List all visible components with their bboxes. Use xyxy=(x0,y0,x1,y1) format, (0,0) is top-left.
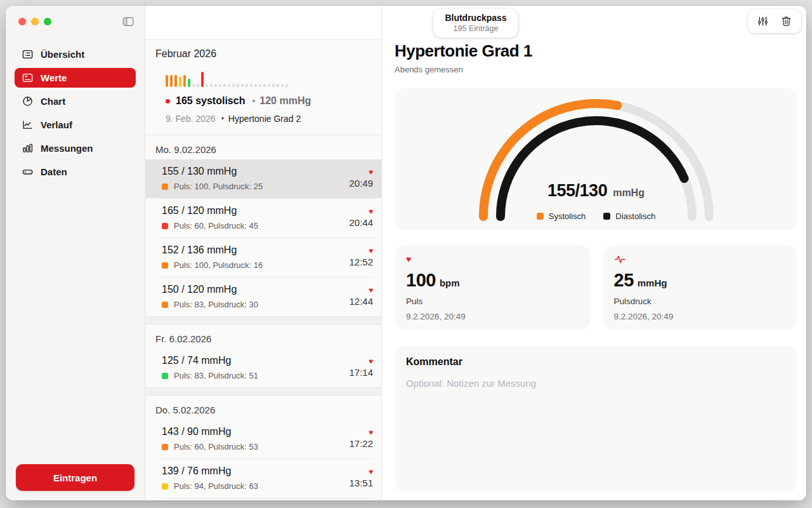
heart-icon: ♥ xyxy=(369,208,373,215)
sparkline-bar xyxy=(263,84,266,87)
measurement-list[interactable]: Februar 2026 165 systolisch • 120 mmHg 9… xyxy=(145,39,381,500)
add-entry-button[interactable]: Eintragen xyxy=(16,464,134,491)
sidebar-item-uebersicht[interactable]: Übersicht xyxy=(15,44,136,64)
pulse-detail: Puls: 83, Pulsdruck: 30 xyxy=(174,300,258,309)
bp-value: 165 / 120 mmHg xyxy=(162,205,258,217)
sidebar-toggle-icon[interactable] xyxy=(121,15,135,28)
status-color-square xyxy=(162,483,168,490)
bp-value: 150 / 120 mmHg xyxy=(162,284,258,295)
sparkline-bar xyxy=(277,84,279,87)
status-color-square xyxy=(162,184,168,190)
sparkline-bar xyxy=(188,79,190,87)
measurement-row[interactable]: 155 / 130 mmHg Puls: 100, Pulsdruck: 25 … xyxy=(145,159,381,198)
trend-icon xyxy=(22,119,34,131)
stat-timestamp: 9.2.2026, 20:49 xyxy=(406,312,579,321)
sparkline-bar xyxy=(285,84,288,87)
measurement-info: 150 / 120 mmHg Puls: 83, Pulsdruck: 30 xyxy=(162,284,258,309)
sidebar-nav: ÜbersichtWerteChartVerlaufMessungenDaten xyxy=(6,44,145,182)
sparkline-bar xyxy=(192,84,195,87)
pulse-detail: Puls: 100, Pulsdruck: 25 xyxy=(174,182,263,191)
legend-label: Diastolisch xyxy=(615,211,655,221)
status-color-square xyxy=(162,373,168,379)
legend-color-square xyxy=(603,213,610,220)
sidebar-item-label: Daten xyxy=(41,166,67,177)
sparkline-bar xyxy=(183,75,186,87)
sidebar-item-daten[interactable]: Daten xyxy=(15,162,136,182)
comment-title: Kommentar xyxy=(406,356,786,368)
measurement-context: Abends gemessen xyxy=(395,65,797,74)
systolic-dot-icon xyxy=(166,99,170,104)
sparkline-bar xyxy=(210,84,213,87)
month-summary[interactable]: 165 systolisch • 120 mmHg 9. Feb. 2026 •… xyxy=(145,62,381,135)
month-header: Februar 2026 xyxy=(145,40,381,62)
sparkline-bar xyxy=(254,84,257,87)
measurement-row[interactable]: 165 / 120 mmHg Puls: 60, Pulsdruck: 45 ♥… xyxy=(145,199,381,237)
sidebar-item-werte[interactable]: Werte xyxy=(15,68,136,88)
sidebar-item-chart[interactable]: Chart xyxy=(15,91,136,111)
summary-systolic: 165 systolisch xyxy=(176,95,245,107)
trash-icon[interactable] xyxy=(780,15,792,27)
sidebar-item-verlauf[interactable]: Verlauf xyxy=(15,115,136,135)
measurement-meta: ♥ 12:44 xyxy=(349,284,373,309)
measurement-row[interactable]: 150 / 120 mmHg Puls: 83, Pulsdruck: 30 ♥… xyxy=(145,277,381,316)
stat-unit: mmHg xyxy=(638,277,667,288)
sparkline-bar xyxy=(268,84,270,87)
sparkline-bar xyxy=(197,84,199,87)
pulse-detail: Puls: 94, Pulsdruck: 63 xyxy=(174,481,258,491)
sparkline-bar xyxy=(179,77,181,87)
stat-timestamp: 9.2.2026, 20:49 xyxy=(614,312,787,321)
heart-icon: ♥ xyxy=(369,168,373,176)
sparkline-bar xyxy=(166,75,168,87)
measurement-info: 155 / 130 mmHg Puls: 100, Pulsdruck: 25 xyxy=(162,166,263,191)
measurement-row[interactable]: 143 / 90 mmHg Puls: 60, Pulsdruck: 53 ♥ … xyxy=(145,420,381,458)
classification-title: Hypertonie Grad 1 xyxy=(395,41,797,61)
sparkline-bar xyxy=(219,84,221,87)
gauge-arcs xyxy=(457,95,736,222)
sparkline-bar xyxy=(237,84,239,87)
zoom-window-button[interactable] xyxy=(44,18,51,25)
measurement-time: 17:22 xyxy=(349,438,373,449)
summary-separator: • xyxy=(252,96,255,106)
titlebar-spacer xyxy=(145,6,381,39)
group-gap xyxy=(145,387,381,396)
bp-value: 125 / 74 mmHg xyxy=(162,355,258,366)
card-icon xyxy=(22,72,34,84)
measurement-meta: ♥ 12:52 xyxy=(349,244,373,270)
sidebar-item-label: Werte xyxy=(41,72,67,83)
close-window-button[interactable] xyxy=(18,18,26,25)
measurement-meta: ♥ 17:22 xyxy=(349,426,373,451)
pulse-pressure-card: 25 mmHg Pulsdruck 9.2.2026, 20:49 xyxy=(603,245,798,330)
comment-input[interactable] xyxy=(406,378,786,483)
heart-icon: ♥ xyxy=(369,247,373,255)
measurement-row[interactable]: 112 / 72 mmHg Puls: 85, Pulsdruck: 40 ♥ … xyxy=(145,498,381,500)
month-sparkline xyxy=(166,72,371,87)
pulse-detail: Puls: 100, Pulsdruck: 16 xyxy=(174,260,263,270)
measurement-meta: ♥ 17:14 xyxy=(349,355,373,380)
minimize-window-button[interactable] xyxy=(31,18,39,25)
status-color-square xyxy=(162,262,168,269)
group-date-header: Do. 5.02.2026 xyxy=(145,396,381,420)
stat-value: 100 xyxy=(406,270,436,291)
sparkline-bar xyxy=(281,84,284,87)
filter-sliders-icon[interactable] xyxy=(757,15,769,27)
window-controls xyxy=(18,18,51,25)
app-title: Blutdruckpass xyxy=(445,13,506,23)
sparkline-bar xyxy=(174,75,177,87)
group-date-header: Fr. 6.02.2026 xyxy=(145,324,381,349)
measurement-row[interactable]: 152 / 136 mmHg Puls: 100, Pulsdruck: 16 … xyxy=(145,238,381,277)
measurement-row[interactable]: 139 / 76 mmHg Puls: 94, Pulsdruck: 63 ♥ … xyxy=(145,459,381,498)
diastolic-arc xyxy=(501,121,684,217)
group-date-header: Mo. 9.02.2026 xyxy=(145,135,381,159)
bp-value: 155 / 130 mmHg xyxy=(162,166,263,177)
legend-item: Systolisch xyxy=(537,211,586,221)
measurement-time: 12:52 xyxy=(349,257,373,267)
sidebar-item-messungen[interactable]: Messungen xyxy=(15,138,136,158)
sidebar: ÜbersichtWerteChartVerlaufMessungenDaten… xyxy=(6,6,145,500)
measurement-row[interactable]: 125 / 74 mmHg Puls: 83, Pulsdruck: 51 ♥ … xyxy=(145,349,381,387)
bp-value: 139 / 76 mmHg xyxy=(162,465,258,477)
bp-value: 152 / 136 mmHg xyxy=(162,244,263,256)
status-color-square xyxy=(162,302,168,308)
window-title-pill: Blutdruckpass 195 Einträge xyxy=(433,9,518,37)
sparkline-bar xyxy=(223,84,226,87)
measurement-groups: Mo. 9.02.2026 155 / 130 mmHg Puls: 100, … xyxy=(145,135,381,500)
